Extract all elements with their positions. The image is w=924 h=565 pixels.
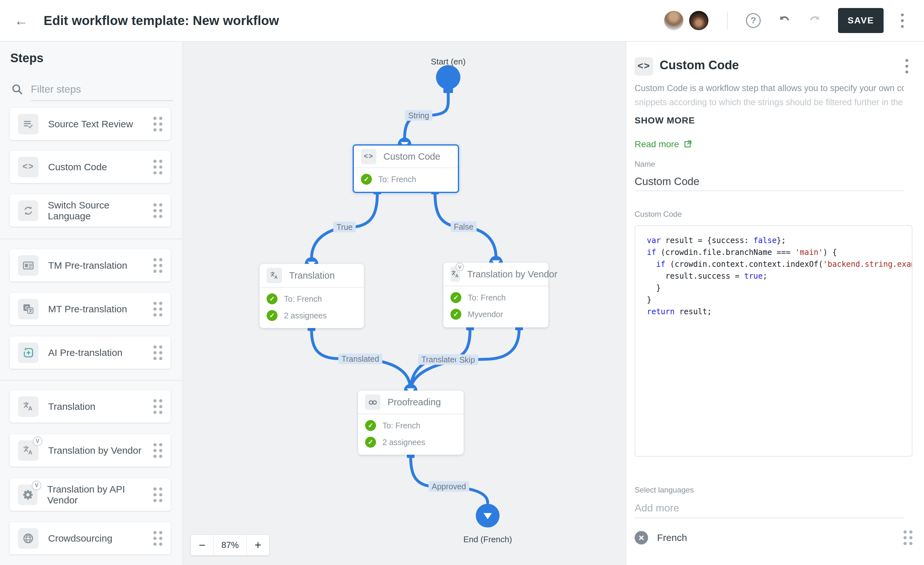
step-description-line1: Custom Code is a workflow step that allo… bbox=[634, 83, 904, 93]
step-description-line2: snippets according to which the strings … bbox=[634, 97, 904, 108]
status-text: To: French bbox=[382, 421, 420, 430]
collaborator-avatar[interactable] bbox=[663, 10, 684, 31]
drag-handle[interactable] bbox=[153, 531, 162, 546]
steps-sidebar: Steps Source Text Review <> Custom bbox=[0, 42, 183, 565]
external-link-icon bbox=[683, 140, 692, 149]
check-icon: ✓ bbox=[267, 310, 278, 321]
page-title: Edit workflow template: New workflow bbox=[44, 13, 279, 28]
check-icon: ✓ bbox=[450, 309, 461, 320]
drag-handle[interactable] bbox=[153, 117, 162, 132]
undo-button[interactable] bbox=[775, 12, 793, 30]
vendor-badge: V bbox=[456, 262, 464, 271]
step-card-translation-by-vendor[interactable]: A V Translation by Vendor bbox=[10, 434, 171, 466]
filter-steps-row bbox=[11, 78, 173, 101]
node-title: Translation bbox=[289, 270, 334, 281]
node-status-row: ✓ To: French bbox=[361, 174, 458, 185]
drag-handle[interactable] bbox=[153, 345, 162, 360]
translation-icon: A bbox=[22, 400, 34, 413]
panel-options-button[interactable] bbox=[898, 57, 916, 75]
select-languages-label: Select languages bbox=[634, 486, 694, 495]
workflow-edges bbox=[183, 42, 626, 565]
step-card-ai-pre-translation[interactable]: AI Pre-translation bbox=[10, 336, 171, 369]
code-editor[interactable]: var result = {success: false};if (crowdi… bbox=[634, 225, 912, 457]
help-icon: ? bbox=[746, 13, 761, 28]
filter-steps-input[interactable] bbox=[31, 78, 173, 101]
translation-api-vendor-icon bbox=[22, 489, 34, 501]
start-node[interactable] bbox=[436, 65, 460, 90]
read-more-link[interactable]: Read more bbox=[634, 139, 692, 150]
drag-handle[interactable] bbox=[153, 302, 162, 316]
collaborator-avatar[interactable] bbox=[688, 10, 709, 31]
check-icon: ✓ bbox=[450, 292, 461, 303]
redo-icon bbox=[807, 13, 822, 28]
search-icon bbox=[11, 83, 24, 96]
edge-label-translated: Translated bbox=[338, 354, 382, 364]
step-label: Translation by Vendor bbox=[48, 445, 141, 456]
check-icon: ✓ bbox=[365, 420, 376, 431]
edge-label-string: String bbox=[405, 110, 432, 121]
custom-code-icon: <> bbox=[638, 61, 650, 72]
edge-label-false: False bbox=[450, 222, 476, 232]
drag-handle[interactable] bbox=[153, 399, 162, 414]
step-card-crowdsourcing[interactable]: Crowdsourcing bbox=[10, 522, 171, 555]
step-card-custom-code[interactable]: <> Custom Code bbox=[10, 151, 171, 183]
sidebar-group-divider bbox=[0, 380, 183, 381]
name-input[interactable] bbox=[634, 172, 904, 191]
more-options-button[interactable] bbox=[893, 12, 911, 30]
node-header: Proofreading bbox=[358, 391, 464, 414]
node-status-row: ✓ To: French bbox=[450, 292, 548, 303]
node-proofreading[interactable]: Proofreading ✓ To: French ✓ 2 assignees bbox=[358, 391, 464, 455]
step-card-translation[interactable]: A Translation bbox=[10, 390, 171, 423]
drag-handle[interactable] bbox=[153, 443, 162, 458]
status-text: To: French bbox=[284, 294, 322, 304]
sidebar-title: Steps bbox=[10, 51, 44, 65]
drag-handle[interactable] bbox=[153, 487, 162, 502]
save-button[interactable]: SAVE bbox=[838, 8, 884, 33]
topbar-divider bbox=[727, 11, 728, 30]
node-translation[interactable]: A Translation ✓ To: French ✓ 2 assignees bbox=[260, 264, 364, 328]
node-title: Custom Code bbox=[383, 151, 440, 162]
panel-step-icon-box: <> bbox=[634, 57, 653, 76]
kebab-icon bbox=[901, 13, 904, 28]
svg-text:A: A bbox=[274, 274, 278, 280]
step-label: Crowdsourcing bbox=[48, 533, 112, 544]
help-button[interactable]: ? bbox=[744, 12, 762, 30]
drag-handle[interactable] bbox=[153, 203, 162, 218]
zoom-in-button[interactable]: + bbox=[247, 535, 269, 555]
panel-title: Custom Code bbox=[660, 58, 739, 72]
back-button[interactable]: ← bbox=[12, 11, 31, 30]
svg-text:A: A bbox=[455, 273, 459, 278]
add-language-input[interactable] bbox=[634, 498, 904, 518]
source-text-review-icon bbox=[22, 118, 34, 130]
edge-proofreading-approved[interactable] bbox=[411, 457, 488, 503]
read-more-label: Read more bbox=[634, 139, 679, 150]
workflow-canvas[interactable]: Start (en) End (French) String True Fals… bbox=[183, 42, 626, 565]
step-card-source-text-review[interactable]: Source Text Review bbox=[10, 108, 171, 140]
node-header: A V Translation by Vendor bbox=[443, 262, 548, 286]
step-label: Translation by API Vendor bbox=[47, 484, 153, 506]
redo-button[interactable] bbox=[806, 12, 824, 30]
step-card-tm-pre-translation[interactable]: TM Pre-translation bbox=[10, 249, 171, 282]
drag-handle[interactable] bbox=[903, 531, 912, 545]
node-translation-by-vendor[interactable]: A V Translation by Vendor ✓ To: French ✓… bbox=[443, 262, 548, 327]
step-label: AI Pre-translation bbox=[48, 347, 123, 358]
remove-language-button[interactable]: × bbox=[634, 531, 648, 544]
custom-code-icon: <> bbox=[364, 153, 374, 160]
step-card-translation-by-api-vendor[interactable]: V Translation by API Vendor bbox=[10, 478, 171, 511]
zoom-out-button[interactable]: − bbox=[191, 535, 213, 555]
node-custom-code[interactable]: <> Custom Code ✓ To: French bbox=[352, 144, 459, 193]
step-card-mt-pre-translation[interactable]: G MT Pre-translation bbox=[10, 293, 171, 325]
drag-handle[interactable] bbox=[153, 160, 162, 174]
proofreading-icon bbox=[368, 397, 378, 407]
step-card-switch-source-language[interactable]: Switch Source Language bbox=[10, 194, 171, 227]
end-node[interactable] bbox=[476, 504, 500, 528]
node-title: Translation by Vendor bbox=[467, 269, 557, 280]
top-bar: ← Edit workflow template: New workflow ?… bbox=[0, 0, 924, 42]
status-text: 2 assignees bbox=[382, 438, 425, 447]
show-more-button[interactable]: SHOW MORE bbox=[634, 115, 695, 126]
drag-handle[interactable] bbox=[153, 258, 162, 273]
back-arrow-icon: ← bbox=[14, 12, 28, 28]
zoom-control: − 87% + bbox=[191, 535, 269, 555]
workflow-editor-app: ← Edit workflow template: New workflow ?… bbox=[0, 0, 924, 565]
translation-icon: A bbox=[270, 271, 279, 280]
